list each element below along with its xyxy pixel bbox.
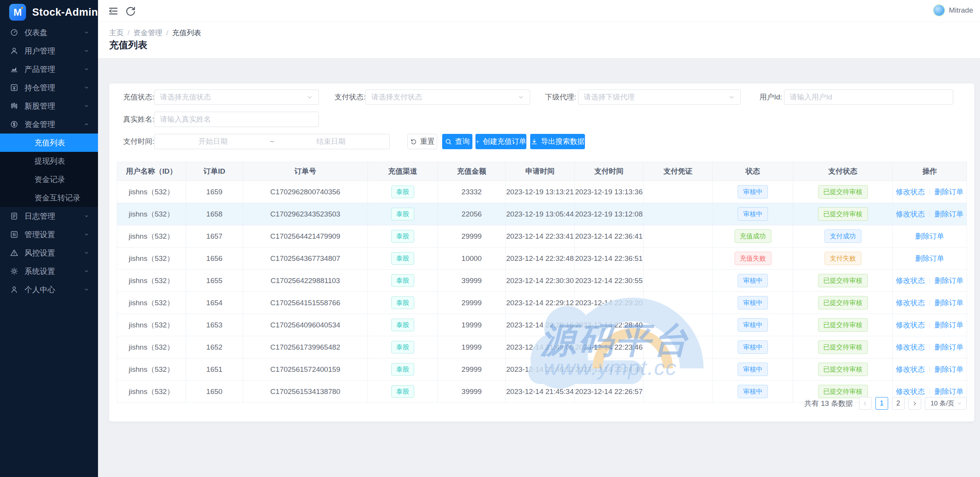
chevron-down-icon — [83, 231, 90, 238]
sidebar-item-users[interactable]: 用户管理 — [0, 42, 98, 60]
chevron-down-icon — [728, 94, 735, 101]
cell-order-no: C1702564229881103 — [243, 270, 368, 292]
table-header-row: 用户名称（ID）订单ID订单号充值渠道充值金额申请时间支付时间支付凭证状态支付状… — [117, 162, 967, 181]
chevron-up-icon — [83, 121, 90, 127]
sidebar-item-logs[interactable]: 日志管理 — [0, 207, 98, 225]
delete-order-link[interactable]: 删除订单 — [934, 210, 964, 218]
user-id-input[interactable]: 请输入用户Id — [784, 90, 953, 105]
sidebar-item-fund-records[interactable]: 资金记录 — [0, 170, 98, 189]
status-badge: 审核中 — [738, 185, 768, 199]
sidebar-item-funds[interactable]: 资金管理 — [0, 115, 98, 133]
sidebar-item-fund-transfer-records[interactable]: 资金互转记录 — [0, 189, 98, 207]
delete-order-link[interactable]: 删除订单 — [934, 365, 964, 373]
cell-user: jishns（532） — [117, 181, 186, 203]
sidebar-item-withdraw-list[interactable]: 提现列表 — [0, 152, 98, 170]
page-button-2[interactable]: 2 — [892, 397, 905, 410]
app-logo: M Stock-Admin — [0, 0, 98, 24]
cell-amount: 10000 — [438, 247, 506, 270]
modify-status-link[interactable]: 修改状态 — [896, 210, 925, 218]
delete-order-link[interactable]: 删除订单 — [915, 254, 944, 262]
chevron-down-icon — [306, 94, 313, 101]
cell-voucher — [644, 270, 713, 292]
delete-order-link[interactable]: 删除订单 — [934, 188, 964, 196]
date-range-separator: ~ — [266, 137, 278, 146]
sidebar-item-dashboard[interactable]: 仪表盘 — [0, 23, 98, 42]
delete-order-link[interactable]: 删除订单 — [934, 277, 964, 285]
sidebar-item-recharge-list[interactable]: 充值列表 — [0, 133, 98, 152]
channel-tag: 泰股 — [391, 319, 414, 331]
pay-status-badge: 已提交待审核 — [818, 207, 868, 221]
chevron-down-icon — [83, 29, 90, 36]
cell-status: 审核中 — [713, 203, 793, 225]
page-size-select[interactable]: 10 条/页 — [925, 397, 967, 410]
sidebar-item-admin-settings[interactable]: 管理设置 — [0, 225, 98, 244]
reset-button[interactable]: 重置 — [407, 134, 437, 149]
sidebar-item-profile[interactable]: 个人中心 — [0, 280, 98, 299]
sidebar-item-system-settings[interactable]: 系统设置 — [0, 262, 98, 280]
real-name-input[interactable]: 请输入真实姓名 — [154, 112, 319, 127]
cell-apply-time: 2023-12-19 13:13:21 — [506, 181, 575, 203]
modify-status-link[interactable]: 修改状态 — [896, 387, 925, 396]
sidebar-item-new-stocks[interactable]: 新股管理 — [0, 97, 98, 115]
delete-order-link[interactable]: 删除订单 — [915, 232, 944, 240]
pay-time-range-picker[interactable]: 开始日期 ~ 结束日期 — [154, 134, 390, 149]
pay-status-badge: 已提交待审核 — [818, 318, 868, 332]
cell-apply-time: 2023-12-14 21:45:34 — [506, 381, 575, 403]
modify-status-link[interactable]: 修改状态 — [896, 299, 925, 307]
cell-order-id: 1650 — [186, 381, 243, 403]
cell-channel: 泰股 — [368, 247, 438, 270]
chevron-right-icon — [911, 400, 918, 407]
modify-status-link[interactable]: 修改状态 — [896, 365, 925, 373]
create-button-label: 创建充值订单 — [483, 137, 526, 147]
page-button-1[interactable]: 1 — [875, 397, 888, 410]
column-header-user: 用户名称（ID） — [117, 162, 186, 181]
sidebar-item-positions[interactable]: 持仓管理 — [0, 78, 98, 97]
next-page-button[interactable] — [908, 397, 921, 410]
cell-amount: 22056 — [438, 203, 506, 225]
pay-status-badge: 已提交待审核 — [818, 296, 868, 309]
cell-order-no: C1702962343523503 — [243, 203, 368, 225]
cell-actions: 删除订单 — [893, 225, 967, 247]
prev-page-button[interactable] — [859, 397, 872, 410]
modify-status-link[interactable]: 修改状态 — [896, 321, 925, 329]
collapse-sidebar-icon[interactable] — [108, 5, 119, 17]
cell-apply-time: 2023-12-14 22:30:30 — [506, 270, 575, 292]
cell-apply-time: 2023-12-14 21:46:12 — [506, 358, 575, 381]
delete-order-link[interactable]: 删除订单 — [934, 343, 964, 351]
cell-pay-status: 已提交待审核 — [793, 270, 893, 292]
topbar: Mitrade — [98, 0, 980, 22]
chevron-down-icon — [518, 94, 524, 101]
cell-actions: 修改状态删除订单 — [893, 292, 967, 314]
charge-status-select[interactable]: 请选择充值状态 — [154, 90, 319, 105]
recharge-table: 用户名称（ID）订单ID订单号充值渠道充值金额申请时间支付时间支付凭证状态支付状… — [117, 162, 967, 403]
pay-status-select[interactable]: 请选择支付状态 — [366, 90, 530, 105]
cell-status: 审核中 — [713, 270, 793, 292]
sidebar-item-risk-settings[interactable]: 风控设置 — [0, 244, 98, 262]
cell-order-no: C1702561534138780 — [243, 381, 368, 403]
user-menu[interactable]: Mitrade — [933, 4, 973, 16]
modify-status-link[interactable]: 修改状态 — [896, 188, 925, 196]
breadcrumb-item[interactable]: 资金管理 — [133, 28, 162, 38]
modify-status-link[interactable]: 修改状态 — [896, 343, 925, 351]
cell-order-id: 1656 — [186, 247, 243, 270]
delete-order-link[interactable]: 删除订单 — [934, 321, 964, 329]
sidebar-item-products[interactable]: 产品管理 — [0, 60, 98, 78]
page-title: 充值列表 — [109, 39, 147, 51]
agent-select[interactable]: 请选择下级代理 — [578, 90, 741, 105]
search-button[interactable]: 查询 — [442, 134, 472, 149]
refresh-icon[interactable] — [125, 5, 136, 17]
profile-icon — [10, 285, 18, 294]
create-recharge-order-button[interactable]: 创建充值订单 — [475, 134, 526, 149]
column-header-status: 状态 — [713, 162, 793, 181]
column-header-amount: 充值金额 — [438, 162, 506, 181]
cell-order-no: C1702561739965482 — [243, 336, 368, 358]
sidebar-item-label: 新股管理 — [24, 101, 55, 111]
cell-status: 审核中 — [713, 292, 793, 314]
risk-icon — [10, 249, 18, 257]
export-search-data-button[interactable]: 导出搜索数据 — [530, 134, 585, 149]
modify-status-link[interactable]: 修改状态 — [896, 277, 925, 285]
delete-order-link[interactable]: 删除订单 — [934, 299, 964, 307]
filter-row-3: 支付时间: 开始日期 ~ 结束日期 重置 查询 创建充值订单 导出搜索数据 — [109, 134, 974, 149]
delete-order-link[interactable]: 删除订单 — [934, 387, 964, 396]
breadcrumb-item[interactable]: 主页 — [109, 28, 124, 38]
